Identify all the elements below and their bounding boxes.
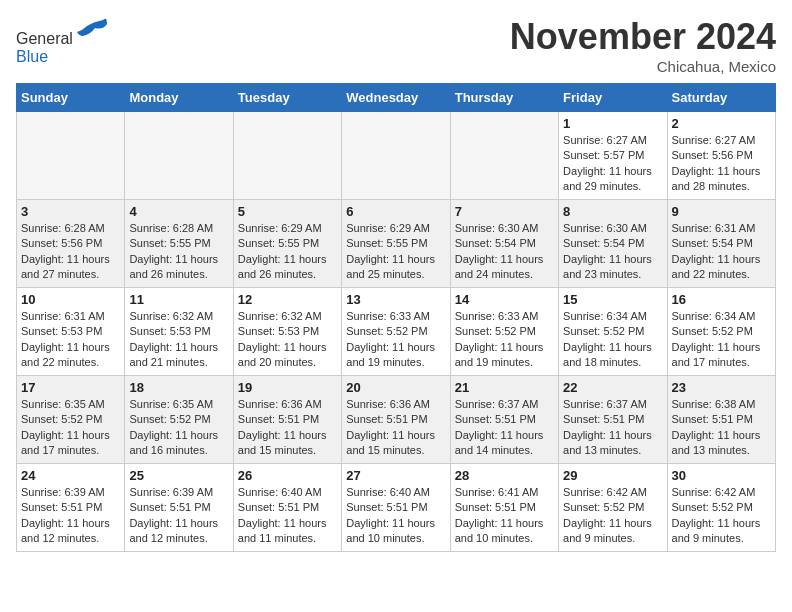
column-header-sunday: Sunday bbox=[17, 84, 125, 112]
day-info: Sunrise: 6:35 AM Sunset: 5:52 PM Dayligh… bbox=[21, 397, 120, 459]
calendar-cell: 7Sunrise: 6:30 AM Sunset: 5:54 PM Daylig… bbox=[450, 200, 558, 288]
day-number: 5 bbox=[238, 204, 337, 219]
logo: General Blue bbox=[16, 16, 107, 66]
day-number: 15 bbox=[563, 292, 662, 307]
day-number: 26 bbox=[238, 468, 337, 483]
calendar-cell: 12Sunrise: 6:32 AM Sunset: 5:53 PM Dayli… bbox=[233, 288, 341, 376]
day-number: 13 bbox=[346, 292, 445, 307]
day-number: 8 bbox=[563, 204, 662, 219]
calendar-cell: 14Sunrise: 6:33 AM Sunset: 5:52 PM Dayli… bbox=[450, 288, 558, 376]
title-area: November 2024 Chicahua, Mexico bbox=[510, 16, 776, 75]
day-number: 14 bbox=[455, 292, 554, 307]
calendar-cell: 30Sunrise: 6:42 AM Sunset: 5:52 PM Dayli… bbox=[667, 464, 775, 552]
location: Chicahua, Mexico bbox=[510, 58, 776, 75]
calendar-cell: 15Sunrise: 6:34 AM Sunset: 5:52 PM Dayli… bbox=[559, 288, 667, 376]
day-info: Sunrise: 6:34 AM Sunset: 5:52 PM Dayligh… bbox=[672, 309, 771, 371]
week-row-4: 17Sunrise: 6:35 AM Sunset: 5:52 PM Dayli… bbox=[17, 376, 776, 464]
day-number: 6 bbox=[346, 204, 445, 219]
day-number: 20 bbox=[346, 380, 445, 395]
day-number: 16 bbox=[672, 292, 771, 307]
calendar-cell: 17Sunrise: 6:35 AM Sunset: 5:52 PM Dayli… bbox=[17, 376, 125, 464]
day-info: Sunrise: 6:37 AM Sunset: 5:51 PM Dayligh… bbox=[563, 397, 662, 459]
column-header-monday: Monday bbox=[125, 84, 233, 112]
day-info: Sunrise: 6:27 AM Sunset: 5:57 PM Dayligh… bbox=[563, 133, 662, 195]
calendar-table: SundayMondayTuesdayWednesdayThursdayFrid… bbox=[16, 83, 776, 552]
day-info: Sunrise: 6:29 AM Sunset: 5:55 PM Dayligh… bbox=[238, 221, 337, 283]
page-header: General Blue November 2024 Chicahua, Mex… bbox=[16, 16, 776, 75]
column-header-tuesday: Tuesday bbox=[233, 84, 341, 112]
day-info: Sunrise: 6:34 AM Sunset: 5:52 PM Dayligh… bbox=[563, 309, 662, 371]
day-number: 28 bbox=[455, 468, 554, 483]
week-row-5: 24Sunrise: 6:39 AM Sunset: 5:51 PM Dayli… bbox=[17, 464, 776, 552]
day-info: Sunrise: 6:39 AM Sunset: 5:51 PM Dayligh… bbox=[21, 485, 120, 547]
week-row-3: 10Sunrise: 6:31 AM Sunset: 5:53 PM Dayli… bbox=[17, 288, 776, 376]
day-info: Sunrise: 6:31 AM Sunset: 5:53 PM Dayligh… bbox=[21, 309, 120, 371]
calendar-cell: 26Sunrise: 6:40 AM Sunset: 5:51 PM Dayli… bbox=[233, 464, 341, 552]
day-info: Sunrise: 6:31 AM Sunset: 5:54 PM Dayligh… bbox=[672, 221, 771, 283]
calendar-cell: 4Sunrise: 6:28 AM Sunset: 5:55 PM Daylig… bbox=[125, 200, 233, 288]
day-number: 2 bbox=[672, 116, 771, 131]
day-info: Sunrise: 6:33 AM Sunset: 5:52 PM Dayligh… bbox=[455, 309, 554, 371]
calendar-cell: 1Sunrise: 6:27 AM Sunset: 5:57 PM Daylig… bbox=[559, 112, 667, 200]
day-info: Sunrise: 6:30 AM Sunset: 5:54 PM Dayligh… bbox=[455, 221, 554, 283]
day-number: 18 bbox=[129, 380, 228, 395]
day-info: Sunrise: 6:37 AM Sunset: 5:51 PM Dayligh… bbox=[455, 397, 554, 459]
day-number: 4 bbox=[129, 204, 228, 219]
day-number: 12 bbox=[238, 292, 337, 307]
calendar-cell: 25Sunrise: 6:39 AM Sunset: 5:51 PM Dayli… bbox=[125, 464, 233, 552]
calendar-cell: 27Sunrise: 6:40 AM Sunset: 5:51 PM Dayli… bbox=[342, 464, 450, 552]
day-info: Sunrise: 6:32 AM Sunset: 5:53 PM Dayligh… bbox=[129, 309, 228, 371]
calendar-cell: 29Sunrise: 6:42 AM Sunset: 5:52 PM Dayli… bbox=[559, 464, 667, 552]
day-info: Sunrise: 6:38 AM Sunset: 5:51 PM Dayligh… bbox=[672, 397, 771, 459]
calendar-cell bbox=[450, 112, 558, 200]
calendar-cell: 19Sunrise: 6:36 AM Sunset: 5:51 PM Dayli… bbox=[233, 376, 341, 464]
calendar-cell: 18Sunrise: 6:35 AM Sunset: 5:52 PM Dayli… bbox=[125, 376, 233, 464]
day-info: Sunrise: 6:29 AM Sunset: 5:55 PM Dayligh… bbox=[346, 221, 445, 283]
day-number: 30 bbox=[672, 468, 771, 483]
day-info: Sunrise: 6:27 AM Sunset: 5:56 PM Dayligh… bbox=[672, 133, 771, 195]
day-number: 22 bbox=[563, 380, 662, 395]
day-number: 23 bbox=[672, 380, 771, 395]
calendar-cell: 10Sunrise: 6:31 AM Sunset: 5:53 PM Dayli… bbox=[17, 288, 125, 376]
calendar-cell: 6Sunrise: 6:29 AM Sunset: 5:55 PM Daylig… bbox=[342, 200, 450, 288]
column-header-saturday: Saturday bbox=[667, 84, 775, 112]
calendar-cell bbox=[125, 112, 233, 200]
calendar-cell: 28Sunrise: 6:41 AM Sunset: 5:51 PM Dayli… bbox=[450, 464, 558, 552]
day-info: Sunrise: 6:42 AM Sunset: 5:52 PM Dayligh… bbox=[672, 485, 771, 547]
calendar-cell: 23Sunrise: 6:38 AM Sunset: 5:51 PM Dayli… bbox=[667, 376, 775, 464]
day-number: 10 bbox=[21, 292, 120, 307]
column-header-wednesday: Wednesday bbox=[342, 84, 450, 112]
day-number: 21 bbox=[455, 380, 554, 395]
calendar-cell: 22Sunrise: 6:37 AM Sunset: 5:51 PM Dayli… bbox=[559, 376, 667, 464]
calendar-cell bbox=[17, 112, 125, 200]
day-info: Sunrise: 6:30 AM Sunset: 5:54 PM Dayligh… bbox=[563, 221, 662, 283]
calendar-cell bbox=[342, 112, 450, 200]
week-row-2: 3Sunrise: 6:28 AM Sunset: 5:56 PM Daylig… bbox=[17, 200, 776, 288]
day-number: 27 bbox=[346, 468, 445, 483]
calendar-header-row: SundayMondayTuesdayWednesdayThursdayFrid… bbox=[17, 84, 776, 112]
day-info: Sunrise: 6:32 AM Sunset: 5:53 PM Dayligh… bbox=[238, 309, 337, 371]
day-info: Sunrise: 6:40 AM Sunset: 5:51 PM Dayligh… bbox=[238, 485, 337, 547]
month-title: November 2024 bbox=[510, 16, 776, 58]
day-info: Sunrise: 6:28 AM Sunset: 5:56 PM Dayligh… bbox=[21, 221, 120, 283]
day-number: 29 bbox=[563, 468, 662, 483]
calendar-cell: 3Sunrise: 6:28 AM Sunset: 5:56 PM Daylig… bbox=[17, 200, 125, 288]
calendar-cell: 24Sunrise: 6:39 AM Sunset: 5:51 PM Dayli… bbox=[17, 464, 125, 552]
day-number: 25 bbox=[129, 468, 228, 483]
column-header-thursday: Thursday bbox=[450, 84, 558, 112]
day-info: Sunrise: 6:42 AM Sunset: 5:52 PM Dayligh… bbox=[563, 485, 662, 547]
calendar-cell: 20Sunrise: 6:36 AM Sunset: 5:51 PM Dayli… bbox=[342, 376, 450, 464]
day-number: 17 bbox=[21, 380, 120, 395]
logo-bird-icon bbox=[75, 16, 107, 44]
logo-blue-text: Blue bbox=[16, 48, 48, 65]
calendar-body: 1Sunrise: 6:27 AM Sunset: 5:57 PM Daylig… bbox=[17, 112, 776, 552]
calendar-cell: 16Sunrise: 6:34 AM Sunset: 5:52 PM Dayli… bbox=[667, 288, 775, 376]
calendar-cell: 9Sunrise: 6:31 AM Sunset: 5:54 PM Daylig… bbox=[667, 200, 775, 288]
day-info: Sunrise: 6:36 AM Sunset: 5:51 PM Dayligh… bbox=[346, 397, 445, 459]
calendar-cell: 11Sunrise: 6:32 AM Sunset: 5:53 PM Dayli… bbox=[125, 288, 233, 376]
day-info: Sunrise: 6:36 AM Sunset: 5:51 PM Dayligh… bbox=[238, 397, 337, 459]
calendar-cell: 13Sunrise: 6:33 AM Sunset: 5:52 PM Dayli… bbox=[342, 288, 450, 376]
calendar-cell bbox=[233, 112, 341, 200]
day-number: 24 bbox=[21, 468, 120, 483]
day-number: 3 bbox=[21, 204, 120, 219]
